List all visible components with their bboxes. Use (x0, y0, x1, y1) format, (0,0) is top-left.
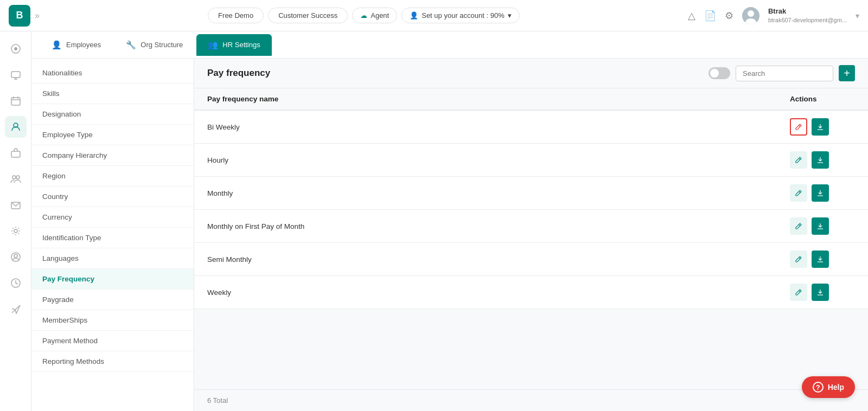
sidebar-item-people[interactable] (5, 116, 27, 138)
download-button[interactable] (812, 118, 829, 136)
row-name: Weekly (207, 288, 790, 297)
svg-line-28 (799, 224, 801, 226)
left-nav-item-region[interactable]: Region (31, 166, 194, 187)
svg-line-26 (799, 191, 801, 193)
help-button[interactable]: ? Help (802, 376, 855, 398)
left-nav-item-nationalities[interactable]: Nationalities (31, 63, 194, 84)
panel-title: Pay frequency (207, 68, 270, 79)
customer-success-button[interactable]: Customer Success (268, 8, 348, 23)
total-count: 6 Total (207, 396, 228, 404)
data-table: Bi WeeklyHourlyMonthlyMonthly on First P… (194, 111, 868, 389)
help-icon: ? (813, 382, 824, 393)
svg-line-30 (799, 258, 801, 259)
left-nav-item-paygrade[interactable]: Paygrade (31, 290, 194, 310)
edit-button[interactable] (790, 151, 807, 169)
org-structure-tab-icon: 🔧 (126, 40, 136, 50)
settings-gear-icon[interactable]: ⚙ (725, 10, 733, 22)
topbar-center: Free Demo Customer Success ☁ Agent 👤 Set… (40, 8, 688, 23)
table-row: Weekly (194, 276, 868, 309)
svg-rect-13 (11, 151, 20, 157)
svg-point-19 (14, 254, 17, 258)
agent-icon: ☁ (360, 11, 367, 20)
left-nav-item-skills[interactable]: Skills (31, 84, 194, 104)
sidebar-item-settings[interactable] (5, 220, 27, 242)
alert-icon[interactable]: △ (688, 10, 695, 22)
edit-button[interactable] (790, 184, 807, 202)
table-row: Monthly on First Pay of Month (194, 210, 868, 243)
sidebar-item-mail[interactable] (5, 194, 27, 216)
left-nav-item-reporting-methods[interactable]: Reporting Methods (31, 351, 194, 372)
row-actions (790, 251, 855, 268)
toggle-switch[interactable] (709, 67, 730, 79)
edit-button[interactable] (790, 284, 807, 301)
row-name: Bi Weekly (207, 123, 790, 131)
expand-arrow: » (35, 11, 40, 21)
tab-employees[interactable]: 👤 Employees (40, 34, 112, 56)
svg-line-24 (799, 158, 801, 160)
left-nav-item-payment-method[interactable]: Payment Method (31, 331, 194, 351)
left-nav-item-languages[interactable]: Languages (31, 248, 194, 269)
sidebar-item-dashboard[interactable] (5, 38, 27, 60)
sidebar-item-calendar[interactable] (5, 90, 27, 112)
row-actions (790, 284, 855, 301)
sidebar-item-tv[interactable] (5, 64, 27, 86)
user-info[interactable]: Btrak btrak607-development@gm... (768, 7, 847, 24)
col-name-header: Pay frequency name (207, 95, 790, 103)
sidebar-item-briefcase[interactable] (5, 142, 27, 164)
row-actions (790, 184, 855, 202)
setup-button[interactable]: 👤 Set up your account : 90% ▾ (401, 8, 519, 23)
sidebar-item-send[interactable] (5, 298, 27, 320)
svg-line-22 (799, 125, 801, 127)
edit-button[interactable] (790, 217, 807, 235)
user-name: Btrak (768, 7, 847, 16)
row-name: Monthly on First Pay of Month (207, 222, 790, 230)
avatar[interactable] (742, 7, 760, 24)
icon-sidebar (0, 31, 31, 411)
left-nav-item-memberships[interactable]: MemberShips (31, 310, 194, 331)
document-icon[interactable]: 📄 (704, 10, 716, 22)
panel-header: Pay frequency + (194, 59, 868, 88)
table-row: Semi Monthly (194, 243, 868, 276)
topbar: B » Free Demo Customer Success ☁ Agent 👤… (0, 0, 868, 31)
download-button[interactable] (812, 151, 829, 169)
tab-org-structure[interactable]: 🔧 Org Structure (114, 34, 194, 56)
user-chevron-icon[interactable]: ▾ (856, 11, 859, 20)
free-demo-button[interactable]: Free Demo (208, 8, 264, 23)
left-nav-item-currency[interactable]: Currency (31, 207, 194, 228)
tab-hr-settings[interactable]: 👥 HR Settings (196, 34, 271, 56)
row-name: Hourly (207, 156, 790, 164)
left-nav-item-company-hierarchy[interactable]: Company Hierarchy (31, 145, 194, 166)
download-button[interactable] (812, 251, 829, 268)
left-nav-item-designation[interactable]: Designation (31, 104, 194, 125)
edit-button[interactable] (790, 118, 807, 136)
left-nav-item-country[interactable]: Country (31, 187, 194, 207)
left-nav-item-pay-frequency[interactable]: Pay Frequency (31, 269, 194, 290)
panel-footer: 6 Total (194, 389, 868, 411)
add-button[interactable]: + (839, 65, 855, 81)
agent-button[interactable]: ☁ Agent (352, 8, 397, 23)
search-input[interactable] (736, 66, 833, 81)
right-panel: Pay frequency + Pay frequency name Actio… (194, 59, 868, 411)
person-icon: 👤 (410, 11, 418, 20)
col-actions-header: Actions (790, 95, 855, 103)
app-logo[interactable]: B (9, 5, 30, 27)
topbar-right: △ 📄 ⚙ Btrak btrak607-development@gm... ▾ (688, 7, 859, 24)
edit-button[interactable] (790, 251, 807, 268)
panel-header-right: + (709, 65, 855, 81)
left-nav-item-employee-type[interactable]: Employee Type (31, 125, 194, 145)
sidebar-item-user-circle[interactable] (5, 246, 27, 268)
sidebar-item-clock[interactable] (5, 272, 27, 294)
row-actions (790, 118, 855, 136)
table-row: Bi Weekly (194, 111, 868, 144)
left-nav-item-identification-type[interactable]: Identification Type (31, 228, 194, 248)
svg-point-14 (12, 176, 16, 179)
download-button[interactable] (812, 217, 829, 235)
chevron-down-icon: ▾ (508, 11, 512, 20)
tabbar: 👤 Employees 🔧 Org Structure 👥 HR Setting… (31, 31, 868, 59)
table-row: Monthly (194, 177, 868, 210)
main-layout: 👤 Employees 🔧 Org Structure 👥 HR Setting… (0, 31, 868, 411)
download-button[interactable] (812, 284, 829, 301)
download-button[interactable] (812, 184, 829, 202)
sidebar-item-group[interactable] (5, 168, 27, 190)
svg-rect-8 (11, 98, 20, 105)
